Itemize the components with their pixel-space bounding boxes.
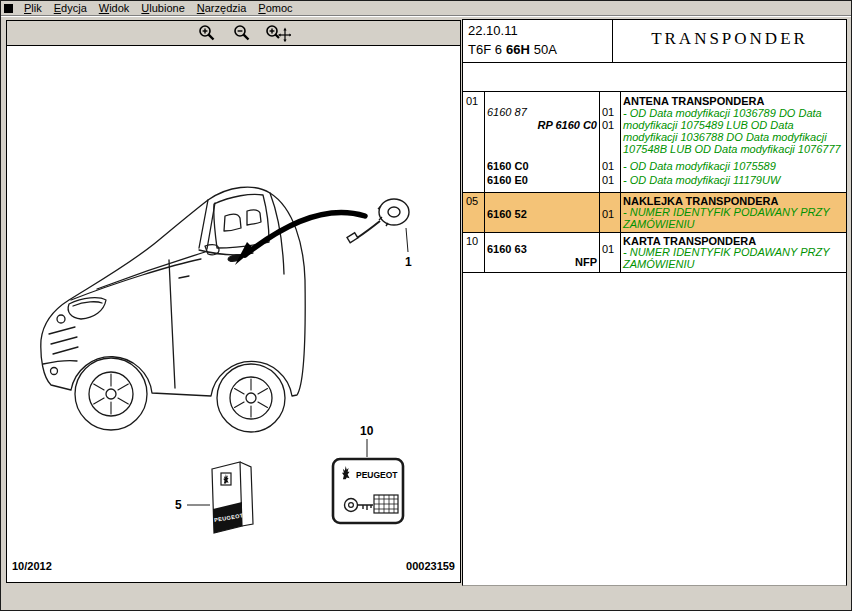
vehicle-code: T6F 666H50A xyxy=(468,42,561,57)
drawing-doc-number: 00023159 xyxy=(406,560,455,572)
menu-pomoc[interactable]: Pomoc xyxy=(252,1,298,15)
exploded-view-drawing: 1 PEUGEOT 5 xyxy=(7,46,460,582)
card-part xyxy=(333,439,403,523)
drawing-date-code: 10/2012 xyxy=(12,560,52,572)
app-window: Plik Edycja Widok Ulubione Narzędzia Pom… xyxy=(0,0,852,611)
car-drawing xyxy=(41,187,305,432)
qty-cell: 01 xyxy=(602,119,614,131)
card-brand-text: PEUGEOT xyxy=(356,470,398,480)
part-number[interactable]: 6160 C0 xyxy=(487,160,529,172)
zoom-pan-icon xyxy=(265,24,291,42)
part-note: - OD Data modyfikacji 1075589 xyxy=(623,160,776,172)
table-grid-line xyxy=(620,92,621,272)
part-number[interactable]: 6160 E0 xyxy=(487,174,528,186)
menu-widok[interactable]: Widok xyxy=(93,1,136,15)
drawing-canvas[interactable]: 1 PEUGEOT 5 xyxy=(7,46,460,582)
ref-cell: 01 xyxy=(466,95,478,107)
window-icon xyxy=(4,4,13,13)
zoom-out-button[interactable] xyxy=(230,23,256,43)
part-number[interactable]: 6160 87 xyxy=(487,106,527,118)
part-note: - NUMER IDENTYFIK PODAWANY PRZY ZAMÓWIEN… xyxy=(623,206,844,230)
qty-cell: 01 xyxy=(602,243,614,255)
menu-bar: Plik Edycja Widok Ulubione Narzędzia Pom… xyxy=(1,1,851,16)
vehicle-code-bold: 66H xyxy=(506,42,530,57)
callout-5[interactable]: 5 xyxy=(175,498,182,512)
pointer-arrow xyxy=(235,212,365,265)
part-note: - NUMER IDENTYFIK PODAWANY PRZY ZAMÓWIEN… xyxy=(623,246,844,270)
table-grid-line xyxy=(599,92,600,272)
table-grid-line xyxy=(463,192,846,193)
qty-cell: 01 xyxy=(602,174,614,186)
ref-cell: 05 xyxy=(466,195,478,207)
part-note: - OD Data modyfikacji 11179UW xyxy=(623,174,780,186)
table-grid-line xyxy=(484,92,485,272)
callout-10[interactable]: 10 xyxy=(360,424,374,438)
qty-cell: 01 xyxy=(602,106,614,118)
zoom-in-icon xyxy=(197,24,219,42)
catalog-date: 22.10.11 xyxy=(468,23,518,38)
nfp-flag: NFP xyxy=(487,256,597,268)
part-title: ANTENA TRANSPONDERA xyxy=(623,95,764,107)
ref-cell: 10 xyxy=(466,235,478,247)
parts-header: 22.10.11 T6F 666H50A TRANSPONDER xyxy=(463,19,846,63)
part-note: - OD Data modyfikacji 1036789 DO Data mo… xyxy=(623,107,844,155)
part-number[interactable]: RP 6160 C0 xyxy=(487,119,597,131)
parts-panel: 22.10.11 T6F 666H50A TRANSPONDER 01 ANTE… xyxy=(462,19,847,586)
parts-table: 01 ANTENA TRANSPONDERA - OD Data modyfik… xyxy=(463,91,846,273)
table-row-01[interactable]: 01 ANTENA TRANSPONDERA - OD Data modyfik… xyxy=(463,92,846,192)
table-row-05-selected[interactable]: 05 NAKLEJKA TRANSPONDERA - NUMER IDENTYF… xyxy=(463,192,846,232)
menu-edycja[interactable]: Edycja xyxy=(48,1,93,15)
vehicle-code-prefix: T6F 6 xyxy=(468,42,502,57)
menu-plik[interactable]: Plik xyxy=(18,1,48,15)
zoom-pan-button[interactable] xyxy=(265,23,291,43)
section-title: TRANSPONDER xyxy=(613,29,846,49)
part-number[interactable]: 6160 63 xyxy=(487,243,527,255)
drawing-panel: 1 PEUGEOT 5 xyxy=(6,20,461,583)
zoom-out-icon xyxy=(232,24,254,42)
table-row-10[interactable]: 10 KARTA TRANSPONDERA - NUMER IDENTYFIK … xyxy=(463,232,846,274)
qty-cell: 01 xyxy=(602,208,614,220)
table-grid-line xyxy=(463,232,846,233)
menu-ulubione[interactable]: Ulubione xyxy=(135,1,190,15)
qty-cell: 01 xyxy=(602,160,614,172)
transponder-part xyxy=(347,199,409,252)
booklet-part xyxy=(187,462,253,533)
menu-narzedzia[interactable]: Narzędzia xyxy=(191,1,253,15)
callout-1[interactable]: 1 xyxy=(405,255,412,269)
part-number[interactable]: 6160 52 xyxy=(487,208,527,220)
zoom-in-button[interactable] xyxy=(195,23,221,43)
vehicle-code-suffix: 50A xyxy=(534,42,557,57)
drawing-toolbar xyxy=(7,21,460,46)
